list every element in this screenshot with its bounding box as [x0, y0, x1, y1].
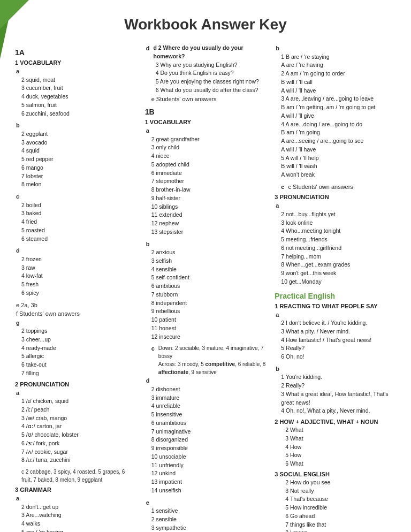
list-item: 2 What [280, 426, 396, 435]
list-item: 8 When...get...exam grades [280, 261, 396, 269]
list-item: 5 red pepper [20, 155, 136, 164]
list-item: 8 I mean [280, 529, 396, 532]
list-item: 10 get...Monday [280, 278, 396, 286]
list-item: 2 How do you see [280, 478, 396, 487]
list-item: 12 unkind [150, 469, 267, 478]
list-item: 3 Are...watching [20, 511, 136, 520]
list-item: 2 frozen [20, 255, 136, 264]
list-item: 5 How incredible [280, 504, 396, 512]
list-item: b [145, 240, 267, 249]
list-item: 2 /iː/ peach [20, 406, 136, 414]
main-content: 1A 1 VOCABULARY a 2 squid, meat3 cucumbe… [0, 44, 411, 532]
reacting-a-list: 2 I don't believe it. / You're kidding.3… [275, 319, 396, 361]
list-item: 9 won't get...this week [280, 269, 396, 278]
list-item: 6 What do you usually do after the class… [150, 86, 267, 95]
list-item: 3 cheer...up [20, 336, 136, 344]
list-item: 3 look online [280, 219, 396, 227]
list-item: B am / 'm getting, am / 'm going to get [280, 103, 396, 112]
list-item: 6 steamed [20, 235, 136, 244]
col2-vocab-e-list: 1 sensitive2 sensible3 sympathetic [145, 507, 267, 532]
list-item: 1 You're kidding. [280, 373, 396, 382]
list-item: 3 sympathetic [150, 524, 267, 533]
list-item: 2 dishonest [150, 385, 267, 394]
list-item: 6 Go ahead [280, 512, 396, 521]
reacting-header: 1 REACTING TO WHAT PEOPLE SAY [275, 303, 396, 309]
reacting-b: b 1 You're kidding.2 Really?3 What a gre… [275, 364, 396, 415]
list-item: 4 That's because [280, 495, 396, 504]
list-item: 5 salmon, fruit [20, 101, 136, 110]
list-item: 5 insensitive [150, 411, 267, 419]
list-item: 5 Really? [280, 344, 396, 353]
list-item: 5 roasted [20, 226, 136, 235]
list-item: 3 selfish [150, 257, 267, 265]
col3-grammar-c: c c Students' own answers [280, 183, 396, 192]
list-item: a [15, 67, 136, 76]
list-item: 1 B are / 're staying [280, 53, 396, 62]
section-1a-header: 1A [15, 48, 136, 57]
vocab-a-list: 2 squid, meat3 cucumber, fruit4 duck, ve… [15, 76, 136, 118]
vocab-1a-d: d 2 frozen3 raw4 low-fat5 fresh6 spicy [15, 246, 136, 297]
list-item: 11 unfriendly [150, 461, 267, 470]
vocab-b-list: 2 eggplant3 avocado4 squid5 red pepper6 … [15, 130, 136, 189]
list-item: 8 brother-in-law [150, 186, 267, 194]
list-item: 13 impatient [150, 478, 267, 487]
list-item: A will / 'll give [280, 112, 396, 120]
vocab-1a-g: g 2 toppings3 cheer...up4 ready-made5 al… [15, 318, 136, 378]
list-item: 5 fresh [20, 280, 136, 289]
list-item: 11 honest [150, 324, 267, 333]
practical-english-header: Practical English [275, 292, 396, 300]
list-item: 6 unambitious [150, 419, 267, 428]
pronun-col3-header: 3 PRONUNCIATION [275, 194, 396, 200]
list-item: g [15, 318, 136, 328]
list-item: 9 half-sister [150, 194, 267, 203]
list-item: 5 adopted child [150, 161, 267, 169]
list-item: 4 squid [20, 147, 136, 155]
list-item: 2 boiled [20, 201, 136, 210]
col2-d-list: 3 Why are you studying English?4 Do you … [145, 61, 267, 95]
col2-vocab-d-list: 2 dishonest3 immature4 unreliable5 insen… [145, 385, 267, 495]
list-item: 3 What a great idea!, How fantastic!, Th… [280, 390, 396, 407]
list-item: e [145, 498, 267, 507]
list-item: c [15, 192, 136, 201]
list-item: 4 How [280, 443, 396, 452]
list-item: 7 /ʌ/ cookie, sugar [20, 448, 136, 457]
list-item: 4 niece [150, 152, 267, 161]
col3-grammar-b: b 1 B are / 're stayingA are / 're havin… [275, 44, 396, 179]
list-item: 13 stepsister [150, 228, 267, 237]
column-3: b 1 B are / 're stayingA are / 're havin… [270, 44, 400, 532]
pronun-b: c 2 cabbage, 3 spicy, 4 roasted, 5 grape… [20, 468, 136, 484]
vocab-g-list: 2 toppings3 cheer...up4 ready-made5 alle… [15, 327, 136, 378]
list-item: a [15, 389, 136, 398]
list-item: 4 Oh, no!, What a pity., Never mind. [280, 407, 396, 415]
list-item: 10 unsociable [150, 453, 267, 461]
list-item: 5 allergic [20, 352, 136, 361]
pronun-col3-a: a 2 not...buy...flights yet3 look online… [275, 201, 396, 286]
page-title: Workbook Answer Key [0, 0, 411, 44]
list-item: 4 ready-made [20, 344, 136, 353]
how-header: 2 HOW + ADJECTIVE, WHAT + NOUN [275, 419, 396, 425]
grammar-1a-header: 3 GRAMMAR [15, 487, 136, 493]
list-item: a [275, 201, 396, 210]
vocab-e: e 2a, 3b [15, 301, 136, 310]
list-item: 8 /uː/ tuna, zucchini [20, 456, 136, 465]
list-item: A will / 'll have [280, 87, 396, 95]
list-item: 2 sensible [150, 515, 267, 524]
list-item: 6 ambitious [150, 282, 267, 291]
list-item: b [275, 44, 396, 53]
reacting-a: a 2 I don't believe it. / You're kidding… [275, 310, 396, 361]
list-item: b [275, 364, 396, 374]
vocab-1b-c: c Down: 2 sociable, 3 mature, 4 imaginat… [150, 344, 267, 376]
list-item: 6 What [280, 460, 396, 468]
pronun-a-list: 1 /ɪ/ chicken, squid2 /iː/ peach3 /æ/ cr… [15, 397, 136, 465]
list-item: 6 not meeting...girlfriend [280, 244, 396, 253]
social-header: 3 SOCIAL ENGLISH [275, 471, 396, 477]
col2-d-section: d d 2 Where do you usually do your homew… [145, 44, 267, 103]
list-item: 10 patient [150, 316, 267, 324]
list-item: B am / 'm going [280, 128, 396, 137]
list-item: A are...seeing / are...going to see [280, 137, 396, 146]
list-item: 5 /ʊ/ chocolate, lobster [20, 431, 136, 439]
vocab-f: f Students' own answers [15, 309, 136, 318]
list-item: 3 cucumber, fruit [20, 84, 136, 93]
vocab-c-list: 2 boiled3 baked4 fried5 roasted6 steamed [15, 201, 136, 244]
pronun-1a-a: a 1 /ɪ/ chicken, squid2 /iː/ peach3 /æ/ … [15, 389, 136, 465]
